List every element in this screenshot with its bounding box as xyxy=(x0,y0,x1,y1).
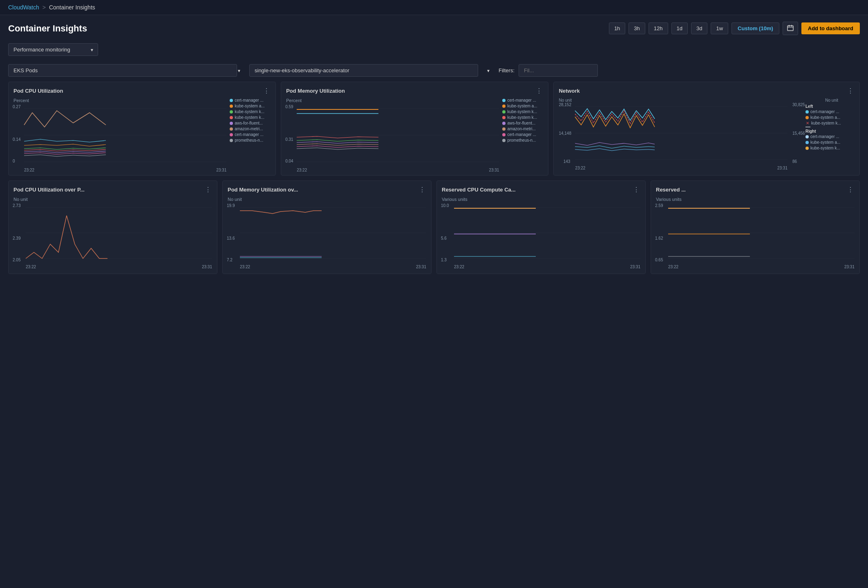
reserved-cpu-x-labels: 23:22 23:31 xyxy=(454,265,640,269)
legend-color xyxy=(805,110,809,114)
pod-mem-y-bot: 0.04 xyxy=(285,159,293,163)
legend-color xyxy=(230,105,233,108)
legend-line xyxy=(805,127,810,127)
legend-color xyxy=(502,122,506,125)
legend-color xyxy=(805,141,809,144)
y-top: 10.0 xyxy=(441,203,449,208)
reserved-cpu-title: Reserved CPU Compute Ca... ⋮ xyxy=(442,186,640,194)
pod-memory-over-card: Pod Memory Utilization ov... ⋮ No unit 1… xyxy=(222,180,432,274)
pod-memory-svg xyxy=(297,105,499,166)
pod-cpu-over-p-menu-button[interactable]: ⋮ xyxy=(204,186,212,194)
legend-item: amazon-metri... xyxy=(230,127,271,131)
y-bot: 2.05 xyxy=(13,258,20,262)
time-3d-button[interactable]: 3d xyxy=(691,22,707,34)
filter-input[interactable] xyxy=(519,64,598,77)
legend-color xyxy=(502,105,506,108)
add-dashboard-button[interactable]: Add to dashboard xyxy=(801,22,860,34)
legend-color xyxy=(230,139,233,142)
charts-container: Pod CPU Utilization ⋮ Percent 0.27 0.14 … xyxy=(0,82,868,287)
legend-item xyxy=(805,127,855,127)
legend-item: cert-manager ... xyxy=(502,98,543,102)
calendar-button[interactable] xyxy=(783,22,798,35)
y-bot: 7.2 xyxy=(227,258,233,262)
legend-item: kube-system a... xyxy=(502,104,543,108)
legend-color xyxy=(805,135,809,138)
pod-memory-title: Pod Memory Utilization ⋮ xyxy=(286,87,543,95)
time-12h-button[interactable]: 12h xyxy=(649,22,668,34)
network-svg xyxy=(575,102,787,164)
network-y-header: No unit No unit xyxy=(559,98,855,102)
network-card: Network ⋮ No unit No unit 28,152 14,148 … xyxy=(553,82,860,176)
legend-item: cert-manager ... xyxy=(805,109,855,114)
network-legend: Left cert-manager ... kube-system a... ✕… xyxy=(805,102,855,170)
top-navigation: CloudWatch > Container Insights xyxy=(0,0,868,15)
y-top: 19.9 xyxy=(227,203,235,208)
time-1d-button[interactable]: 1d xyxy=(671,22,688,34)
legend-color xyxy=(502,133,506,136)
time-custom-button[interactable]: Custom (10m) xyxy=(732,22,779,34)
pod-cpu-y-mid: 0.14 xyxy=(13,137,20,142)
reserved-cpu-svg xyxy=(454,203,640,263)
pod-cpu-title: Pod CPU Utilization ⋮ xyxy=(13,87,271,95)
pod-memory-over-menu-button[interactable]: ⋮ xyxy=(418,186,426,194)
svg-rect-0 xyxy=(787,26,793,31)
pod-memory-menu-button[interactable]: ⋮ xyxy=(535,87,543,95)
pod-mem-y-mid: 0.31 xyxy=(285,137,293,142)
legend-color xyxy=(230,110,233,114)
pod-mem-y-top: 0.59 xyxy=(285,105,293,109)
pod-cpu-menu-button[interactable]: ⋮ xyxy=(262,87,271,95)
charts-row-1: Pod CPU Utilization ⋮ Percent 0.27 0.14 … xyxy=(8,82,860,176)
time-1h-button[interactable]: 1h xyxy=(609,22,625,34)
reserved-mem-card: Reserved ... ⋮ Various units 2.59 1.62 0… xyxy=(651,180,860,274)
header-controls: 1h 3h 12h 1d 3d 1w Custom (10m) Add to d… xyxy=(609,22,860,35)
resource-type-wrapper: EKS Pods xyxy=(8,64,245,77)
reserved-mem-area: 2.59 1.62 0.65 23:22 23:31 xyxy=(656,203,855,269)
legend-color xyxy=(502,99,506,102)
legend-color xyxy=(230,127,233,131)
legend-item: cert-manager ... xyxy=(230,98,271,102)
pod-memory-legend: cert-manager ... kube-system a... kube-s… xyxy=(502,98,543,170)
legend-item: cert-manager ... xyxy=(805,134,855,139)
legend-color xyxy=(230,122,233,125)
network-y-right: 30,825 15,456 86 xyxy=(791,102,802,164)
performance-select-wrapper: Performance monitoring xyxy=(8,43,98,56)
network-x-labels: 23:22 23:31 xyxy=(575,166,787,170)
pod-memory-inner: Percent 0.59 0.31 0.04 xyxy=(286,98,543,170)
reserved-cpu-menu-button[interactable]: ⋮ xyxy=(632,186,640,194)
legend-color xyxy=(502,110,506,114)
legend-item: kube-system k... xyxy=(805,146,855,150)
legend-color xyxy=(230,116,233,119)
pod-cpu-over-p-area: 2.73 2.39 2.05 23:22 23:31 xyxy=(13,203,212,269)
pod-memory-over-svg xyxy=(240,203,426,263)
y-mid: 5.6 xyxy=(441,236,447,241)
legend-color xyxy=(502,139,506,142)
performance-monitoring-select[interactable]: Performance monitoring xyxy=(8,43,98,56)
pod-cpu-area: Percent 0.27 0.14 0 xyxy=(13,98,226,170)
cluster-select[interactable]: single-new-eks-observability-accelerator xyxy=(249,64,478,77)
breadcrumb-cloudwatch[interactable]: CloudWatch xyxy=(8,4,39,11)
legend-item: prometheus-n... xyxy=(230,138,271,143)
time-1w-button[interactable]: 1w xyxy=(711,22,728,34)
reserved-cpu-card: Reserved CPU Compute Ca... ⋮ Various uni… xyxy=(436,180,646,274)
pod-cpu-inner: Percent 0.27 0.14 0 xyxy=(13,98,271,170)
network-title: Network ⋮ xyxy=(559,87,855,95)
legend-item: kube-system a... xyxy=(230,104,271,108)
legend-item: kube-system a... xyxy=(805,115,855,120)
resource-type-select[interactable]: EKS Pods xyxy=(8,64,237,77)
legend-color xyxy=(230,99,233,102)
pod-cpu-over-p-title: Pod CPU Utilization over P... ⋮ xyxy=(13,186,212,194)
pod-cpu-over-p-card: Pod CPU Utilization over P... ⋮ No unit … xyxy=(8,180,217,274)
legend-item: aws-for-fluent... xyxy=(502,121,543,125)
cluster-wrapper: single-new-eks-observability-accelerator xyxy=(249,64,494,77)
y-mid: 1.62 xyxy=(655,236,663,241)
time-3h-button[interactable]: 3h xyxy=(629,22,645,34)
filter-row: EKS Pods single-new-eks-observability-ac… xyxy=(0,61,868,82)
legend-item: aws-for-fluent... xyxy=(230,121,271,125)
reserved-mem-menu-button[interactable]: ⋮ xyxy=(846,186,855,194)
network-menu-button[interactable]: ⋮ xyxy=(846,87,855,95)
y-bot: 1.3 xyxy=(441,258,447,262)
pod-cpu-over-p-x-labels: 23:22 23:31 xyxy=(26,265,212,269)
breadcrumb-separator: > xyxy=(43,4,46,11)
y-mid: 13.6 xyxy=(227,236,235,241)
legend-color xyxy=(805,116,809,119)
